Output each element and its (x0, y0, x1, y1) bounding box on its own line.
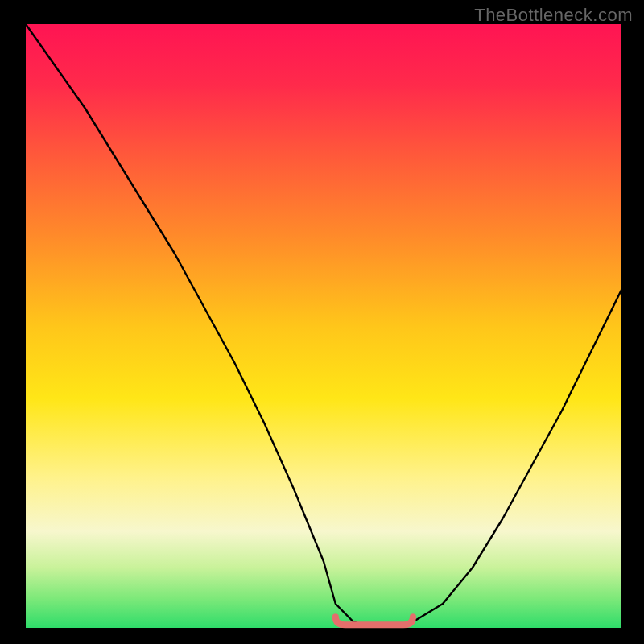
bottleneck-chart (0, 0, 644, 644)
chart-frame: TheBottleneck.com (0, 0, 644, 644)
gradient-background (26, 24, 621, 628)
watermark-text: TheBottleneck.com (474, 5, 633, 26)
